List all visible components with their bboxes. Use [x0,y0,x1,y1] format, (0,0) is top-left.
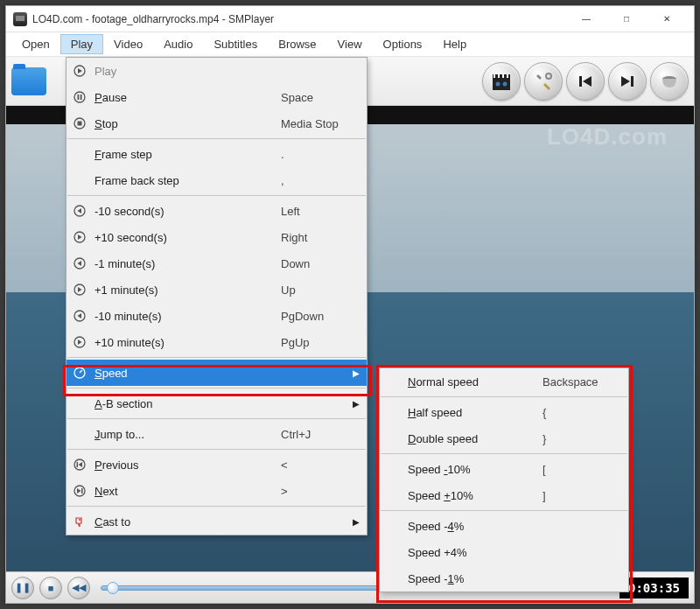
play-menu-stop[interactable]: StopMedia Stop [66,110,367,136]
menu-item-shortcut: } [542,432,621,445]
menu-item-shortcut: PgDown [281,310,360,323]
speed-menu-speed-1[interactable]: Speed -1% [380,565,628,592]
play-icon [66,65,93,77]
menu-item-shortcut: > [281,485,360,498]
menu-item-label: +10 second(s) [93,231,281,244]
menu-separator [67,506,366,507]
play-menu-frame-step[interactable]: Frame step. [66,141,367,167]
folder-open-icon[interactable] [11,67,46,95]
play-menu-10-second-s[interactable]: -10 second(s)Left [66,198,367,224]
play-menu-cast-to[interactable]: Cast to▶ [66,508,367,535]
menu-play[interactable]: Play [60,34,103,54]
play-menu-10-minute-s[interactable]: +10 minute(s)PgUp [66,329,367,355]
menu-separator [67,418,366,419]
svg-marker-24 [78,234,82,240]
menu-item-label: A-B section [93,397,360,410]
chevron-right-icon: ▶ [353,399,360,409]
menu-browse[interactable]: Browse [268,34,326,54]
menu-item-label: Speed [93,367,360,380]
rewind-button[interactable]: ◀◀ [67,577,90,599]
menu-item-shortcut: Backspace [542,375,621,388]
rewind-icon [66,257,93,270]
pause-icon [66,91,93,103]
speed-menu-speed-10[interactable]: Speed +10%] [380,482,628,508]
menu-view[interactable]: View [327,34,373,54]
menu-item-label: Stop [93,117,281,130]
menu-separator [381,510,627,511]
svg-marker-12 [621,76,630,87]
play-menu-jump-to[interactable]: Jump to...Ctrl+J [66,421,367,447]
menu-item-label: Speed -10% [406,463,542,476]
menu-item-label: Next [93,485,281,498]
rewind-icon [66,310,93,322]
seek-thumb[interactable] [107,582,119,594]
svg-point-8 [546,74,551,79]
speed-menu-double-speed[interactable]: Double speed} [380,425,628,452]
speed-menu-normal-speed[interactable]: Normal speedBackspace [380,368,628,395]
pause-button[interactable]: ❚❚ [11,577,34,599]
app-window: LO4D.com - footage_oldharryrocks.mp4 - S… [5,5,695,604]
svg-marker-40 [77,488,81,494]
svg-rect-5 [507,74,508,78]
speed-menu-speed-4[interactable]: Speed -4% [380,513,628,539]
play-menu-next[interactable]: Next> [66,478,367,504]
menu-subtitles[interactable]: Subtitles [203,34,268,54]
close-button[interactable]: ✕ [647,6,687,32]
speed-menu-half-speed[interactable]: Half speed{ [380,399,628,425]
svg-point-41 [79,519,80,521]
play-menu-previous[interactable]: Previous< [66,452,367,478]
svg-rect-4 [502,74,504,78]
forward-icon [66,284,93,296]
speed-menu-speed-4[interactable]: Speed +4% [380,539,628,565]
svg-rect-39 [81,488,83,494]
menu-separator [67,388,366,388]
svg-point-6 [496,81,500,86]
play-menu-10-second-s[interactable]: +10 second(s)Right [66,224,367,250]
volume-icon[interactable] [650,62,689,101]
menu-audio[interactable]: Audio [153,34,203,54]
stop-icon [66,117,93,130]
play-menu-frame-back-step[interactable]: Frame back step, [66,167,367,193]
svg-rect-9 [579,76,582,87]
menu-item-label: Half speed [406,406,542,419]
play-menu-pause[interactable]: PauseSpace [66,84,367,110]
maximize-button[interactable]: □ [606,6,647,32]
clapper-icon[interactable] [482,62,521,101]
play-menu-1-minute-s[interactable]: +1 minute(s)Up [66,276,367,303]
play-menu-1-minute-s[interactable]: -1 minute(s)Down [66,250,367,276]
speed-menu-speed-10[interactable]: Speed -10%[ [380,456,628,482]
time-display: 0:03:35 [620,578,689,598]
menu-options[interactable]: Options [373,34,433,54]
tools-icon[interactable] [524,62,563,101]
menu-help[interactable]: Help [432,34,477,54]
titlebar: LO4D.com - footage_oldharryrocks.mp4 - S… [6,6,694,32]
svg-rect-2 [494,74,495,78]
speed-submenu: Normal speedBackspaceHalf speed{Double s… [379,368,629,592]
play-menu-10-minute-s[interactable]: -10 minute(s)PgDown [66,303,367,329]
play-menu-a-b-section[interactable]: A-B section▶ [66,390,367,416]
window-controls: — □ ✕ [566,6,687,32]
cast-icon [66,515,93,528]
skip-prev-icon[interactable] [566,62,605,101]
menu-item-label: -10 minute(s) [93,310,281,323]
svg-marker-28 [78,287,82,292]
menu-item-shortcut: PgUp [281,336,360,349]
menu-item-shortcut: { [542,406,621,419]
menu-item-shortcut: . [281,148,360,161]
play-menu-speed[interactable]: Speed▶ [66,360,367,386]
svg-rect-11 [631,76,634,87]
svg-rect-3 [498,74,500,78]
menu-item-label: +1 minute(s) [93,284,281,297]
window-title: LO4D.com - footage_oldharryrocks.mp4 - S… [32,13,566,25]
svg-rect-20 [78,122,82,126]
chevron-right-icon: ▶ [353,517,360,527]
stop-button[interactable]: ■ [39,577,62,599]
menu-item-label: Play [93,65,281,78]
menu-item-label: Speed +4% [406,546,542,559]
menu-item-shortcut: Left [281,205,360,218]
skip-next-icon[interactable] [608,62,647,101]
menu-open[interactable]: Open [11,34,60,54]
minimize-button[interactable]: — [566,6,606,32]
menu-video[interactable]: Video [103,34,153,54]
menubar: OpenPlayVideoAudioSubtitlesBrowseViewOpt… [6,32,694,57]
